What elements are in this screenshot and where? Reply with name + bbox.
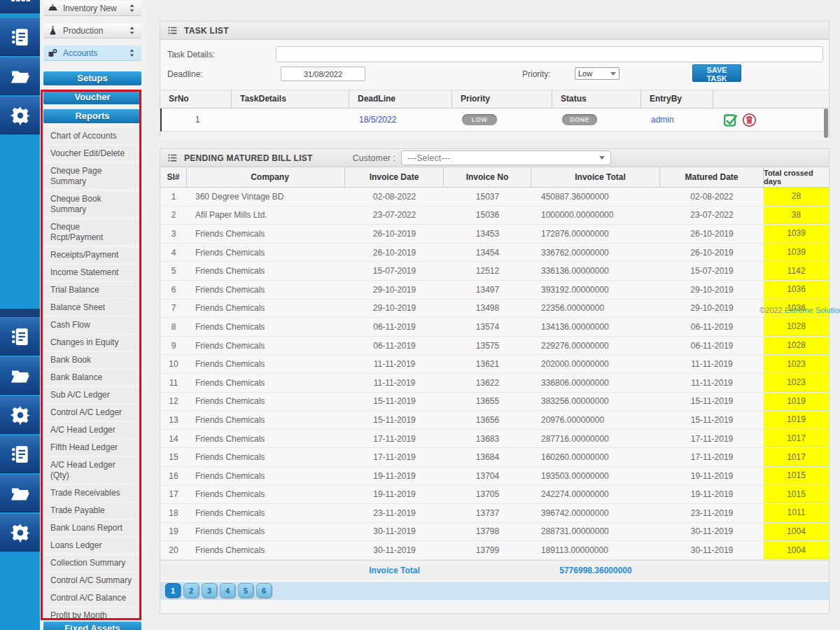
- pending-matured-bill-panel: PENDING MATURED BILL LIST Customer : ---…: [160, 148, 830, 614]
- task-deadline-cell[interactable]: 18/5/2022: [351, 115, 454, 125]
- reports-section-header[interactable]: Reports: [43, 109, 141, 123]
- list-icon: [167, 25, 178, 36]
- bill-matured-date: 11-11-2019: [660, 355, 764, 373]
- journal-icon-tile[interactable]: [0, 18, 40, 56]
- panel-title: PENDING MATURED BILL LIST: [184, 153, 313, 163]
- menu-item-production[interactable]: Production: [43, 23, 141, 38]
- erp-application: Inventory New Production Accounts Setups…: [0, 0, 840, 630]
- gear-icon-tile[interactable]: [0, 396, 40, 434]
- bill-crossed-days: 1004: [764, 523, 829, 541]
- pagination-page-button[interactable]: 2: [183, 583, 199, 598]
- bill-sl: 12: [160, 393, 187, 411]
- menu-item-accounts[interactable]: Accounts: [43, 46, 141, 61]
- journal-icon-tile[interactable]: [0, 435, 40, 473]
- bill-company: Friends Chemicals: [187, 486, 345, 504]
- report-list-item[interactable]: Chart of Accounts: [43, 128, 141, 144]
- save-task-button[interactable]: SAVE TASK: [692, 64, 741, 82]
- pagination-bar: 1 2 3 4 5 6: [160, 582, 829, 600]
- folder-icon-tile[interactable]: [0, 474, 40, 512]
- bill-matured-date: 15-11-2019: [660, 393, 764, 411]
- customer-select[interactable]: ---Select---: [401, 150, 611, 165]
- column-header: Priority: [452, 90, 552, 108]
- bill-table-row: 15 Friends Chemicals 17-11-2019 13684 16…: [160, 448, 829, 467]
- invoice-total-label: Invoice Total: [345, 566, 444, 575]
- deadline-input[interactable]: [281, 66, 365, 81]
- report-list-item[interactable]: Loans Ledger: [43, 538, 141, 554]
- bill-company: Friends Chemicals: [187, 262, 345, 280]
- report-list-item[interactable]: Collection Summary: [43, 555, 141, 571]
- report-list-item[interactable]: Trial Balance: [43, 282, 141, 298]
- pagination-page-button[interactable]: 3: [202, 583, 217, 598]
- bill-crossed-days: 1004: [764, 541, 829, 559]
- fixed-assets-section-header[interactable]: Fixed Assets: [43, 622, 141, 630]
- journal-icon-tile[interactable]: [0, 317, 40, 356]
- bill-invoice-date: 02-08-2022: [345, 188, 444, 206]
- coins-icon: [48, 48, 58, 58]
- report-list-item[interactable]: Receipts/Payment: [43, 247, 141, 263]
- column-header: Total crossed days: [764, 167, 829, 187]
- report-list-item[interactable]: Cheque Page Summary: [43, 163, 141, 190]
- bill-invoice-total: 189113.00000000: [531, 541, 660, 559]
- voucher-section-header[interactable]: Voucher: [43, 90, 141, 104]
- gear-icon-tile[interactable]: [0, 513, 40, 552]
- bill-sl: 15: [160, 448, 187, 466]
- report-list-item[interactable]: Fifth Head Ledger: [43, 440, 141, 456]
- task-table-row: 1 18/5/2022 LOW DONE admin: [160, 108, 829, 132]
- bill-matured-date: 06-11-2019: [660, 337, 764, 355]
- report-list-item[interactable]: Cheque Book Summary: [43, 191, 141, 218]
- column-header: Sl#: [160, 167, 187, 187]
- priority-select[interactable]: Low: [575, 67, 620, 80]
- mark-done-icon[interactable]: [723, 113, 738, 127]
- report-list-item[interactable]: Balance Sheet: [43, 300, 141, 316]
- delete-task-icon[interactable]: [742, 113, 757, 127]
- bill-invoice-date: 29-10-2019: [345, 300, 444, 318]
- report-list-item[interactable]: Trade Receivables: [43, 485, 141, 501]
- grid-icon-tile[interactable]: [0, 0, 40, 13]
- bill-crossed-days: 1039: [764, 225, 829, 243]
- report-list-item[interactable]: Income Statement: [43, 265, 141, 281]
- vendor-watermark: ©2022 Extreme Solutions.: [760, 306, 840, 314]
- gear-icon-tile[interactable]: [0, 96, 40, 134]
- bill-company: Friends Chemicals: [187, 467, 345, 485]
- report-list-item[interactable]: A/C Head Ledger: [43, 422, 141, 438]
- setups-section-header[interactable]: Setups: [43, 71, 141, 85]
- report-list-item[interactable]: Sub A/C Ledger: [43, 387, 141, 403]
- report-list-item[interactable]: Bank Balance: [43, 370, 141, 386]
- report-list-item[interactable]: Changes in Equity: [43, 335, 141, 351]
- bill-table-row: 11 Friends Chemicals 11-11-2019 13622 33…: [160, 374, 829, 393]
- report-list-item[interactable]: Cheque Rcpt/Payment: [43, 219, 141, 246]
- folder-icon-tile[interactable]: [0, 57, 40, 95]
- bill-invoice-total: 193503.00000000: [531, 467, 660, 485]
- bill-invoice-date: 06-11-2019: [345, 318, 444, 336]
- report-list-item[interactable]: Trade Payable: [43, 503, 141, 519]
- task-entryby-cell[interactable]: admin: [643, 115, 715, 125]
- bill-invoice-total: 22356.00000000: [531, 300, 660, 318]
- bill-invoice-total: 1000000.00000000: [531, 206, 660, 225]
- bill-invoice-date: 11-11-2019: [345, 374, 444, 392]
- report-list-item[interactable]: A/C Head Ledger (Qty): [43, 457, 141, 484]
- report-list-item[interactable]: Bank Loans Report: [43, 520, 141, 536]
- bill-table-row: 19 Friends Chemicals 30-11-2019 13798 28…: [160, 523, 829, 542]
- pagination-page-button[interactable]: 5: [238, 583, 253, 598]
- report-list-item[interactable]: Control A/C Summary: [43, 573, 141, 589]
- report-list-item[interactable]: Control A/C Ledger: [43, 405, 141, 421]
- task-details-input[interactable]: [276, 46, 823, 62]
- report-list-item[interactable]: Control A/C Balance: [43, 590, 141, 606]
- bill-crossed-days: 1017: [764, 430, 829, 448]
- report-list-item[interactable]: Bank Book: [43, 352, 141, 368]
- grid-icon: [10, 0, 31, 5]
- folder-icon-tile[interactable]: [0, 356, 40, 395]
- chevron-down-icon: [610, 72, 616, 76]
- bill-table-row: 17 Friends Chemicals 19-11-2019 13705 24…: [160, 486, 829, 505]
- pagination-page-button[interactable]: 1: [165, 583, 181, 598]
- task-table: SrNo TaskDetails DeadLine Priority Statu…: [160, 90, 829, 140]
- pagination-page-button[interactable]: 4: [220, 583, 235, 598]
- pagination-page-button[interactable]: 6: [256, 583, 272, 598]
- menu-item-inventory-new[interactable]: Inventory New: [43, 1, 141, 16]
- report-list-item[interactable]: Voucher Edit/Delete: [43, 146, 141, 162]
- bill-matured-date: 17-11-2019: [660, 430, 764, 448]
- report-list-item[interactable]: Cash Flow: [43, 317, 141, 333]
- bill-company: Friends Chemicals: [187, 393, 345, 411]
- bill-invoice-date: 17-11-2019: [345, 448, 444, 466]
- task-table-scrollbar[interactable]: [824, 108, 828, 138]
